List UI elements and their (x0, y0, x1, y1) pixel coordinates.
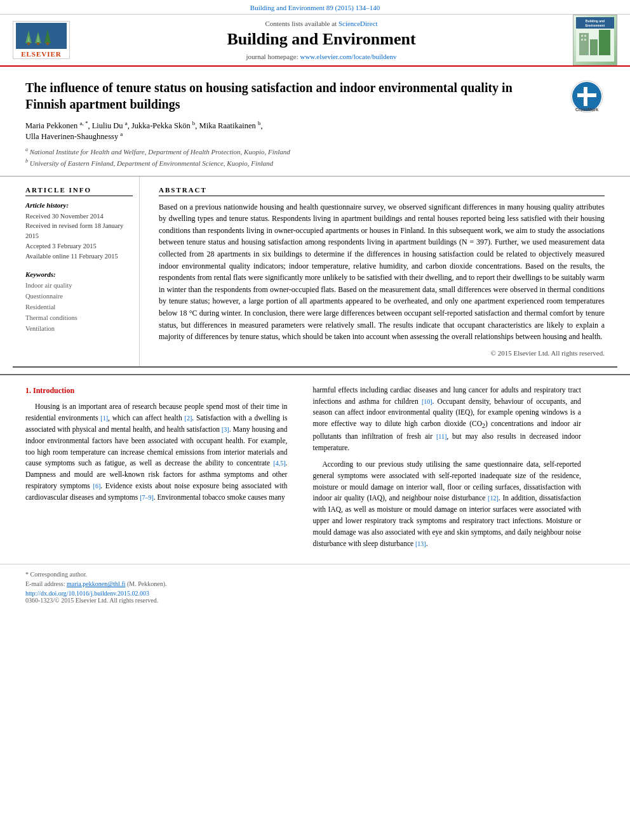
body-right-column: harmful effects including cardiac diseas… (309, 375, 593, 564)
history-subheading: Article history: (25, 201, 133, 209)
article-main-title: The influence of tenure status on housin… (25, 79, 605, 112)
journal-homepage-line: journal homepage: www.elsevier.com/locat… (70, 53, 573, 60)
journal-thumbnail: Building and Environment (573, 15, 617, 65)
ref-2[interactable]: [2] (185, 415, 192, 422)
citation-text: Building and Environment 89 (2015) 134–1… (250, 4, 380, 11)
keyword-1: Indoor air quality (25, 281, 133, 291)
article-title-section: The influence of tenure status on housin… (0, 67, 630, 177)
intro-para-2: harmful effects including cardiac diseas… (312, 385, 580, 454)
article-info-heading: ARTICLE INFO (25, 186, 133, 196)
svg-text:CrossMark: CrossMark (575, 107, 598, 112)
sciencedirect-link[interactable]: ScienceDirect (338, 20, 378, 27)
ref-4-5[interactable]: [4,5] (273, 460, 285, 467)
elsevier-logo: ELSEVIER (13, 21, 70, 59)
logo-tree-graphic (16, 23, 67, 49)
journal-url[interactable]: www.elsevier.com/locate/buildenv (300, 53, 396, 60)
svg-rect-15 (599, 30, 610, 55)
journal-banner: ELSEVIER Contents lists available at Sci… (0, 14, 630, 65)
footer-section: * Corresponding author. E-mail address: … (0, 564, 630, 610)
keyword-3: Residential (25, 302, 133, 313)
crossmark-logo: CrossMark (570, 79, 605, 114)
affiliation-b: b University of Eastern Finland, Departm… (25, 158, 605, 167)
journal-center-info: Contents lists available at ScienceDirec… (70, 20, 573, 60)
affiliation-a: a National Institute for Health and Welf… (25, 147, 605, 156)
elsevier-text: ELSEVIER (21, 50, 62, 58)
svg-rect-8 (46, 43, 49, 45)
revised-line: Received in revised form 18 January 2015 (25, 221, 133, 241)
ref-10[interactable]: [10] (422, 398, 432, 405)
doi-link[interactable]: http://dx.doi.org/10.1016/j.buildenv.201… (25, 590, 149, 597)
email-line: E-mail address: maria.pekkonen@thl.fi (M… (25, 580, 605, 587)
article-info-column: ARTICLE INFO Article history: Received 3… (13, 177, 140, 366)
svg-rect-19 (584, 39, 586, 41)
ref-1[interactable]: [1] (100, 415, 108, 422)
keyword-2: Questionnaire (25, 291, 133, 302)
abstract-heading: ABSTRACT (159, 186, 605, 196)
doi-line: http://dx.doi.org/10.1016/j.buildenv.201… (25, 590, 605, 597)
svg-text:Building and: Building and (586, 19, 605, 23)
accepted-line: Accepted 3 February 2015 (25, 241, 133, 251)
intro-heading: 1. Introduction (25, 385, 287, 397)
ref-11[interactable]: [11] (436, 433, 446, 440)
svg-rect-18 (581, 39, 583, 41)
abstract-column: ABSTRACT Based on a previous nationwide … (152, 177, 617, 366)
journal-header: Building and Environment 89 (2015) 134–1… (0, 0, 630, 67)
intro-para-3: According to our previous study utilisin… (312, 459, 580, 550)
svg-rect-7 (37, 43, 39, 45)
contents-line: Contents lists available at ScienceDirec… (70, 20, 573, 27)
main-body-section: 1. Introduction Housing is an important … (0, 374, 630, 564)
intro-para-1: Housing is an important area of research… (25, 401, 287, 503)
keywords-subheading: Keywords: (25, 270, 133, 278)
available-line: Available online 11 February 2015 (25, 251, 133, 262)
journal-citation-bar: Building and Environment 89 (2015) 134–1… (0, 4, 630, 11)
corr-note: * Corresponding author. (25, 571, 605, 578)
issn-line: 0360-1323/© 2015 Elsevier Ltd. All right… (25, 597, 605, 604)
ref-3[interactable]: [3] (222, 426, 229, 433)
email-link[interactable]: maria.pekkonen@thl.fi (67, 580, 126, 587)
ref-7-9[interactable]: [7–9] (140, 494, 154, 501)
keyword-5: Ventilation (25, 324, 133, 335)
svg-rect-17 (584, 35, 586, 37)
copyright-line: © 2015 Elsevier Ltd. All rights reserved… (159, 349, 605, 357)
abstract-text: Based on a previous nationwide housing a… (159, 201, 605, 343)
keywords-block: Keywords: Indoor air quality Questionnai… (25, 270, 133, 334)
received-line: Received 30 November 2014 (25, 211, 133, 222)
ref-6[interactable]: [6] (93, 483, 101, 490)
authors-line: Maria Pekkonen a, *, Liuliu Du a, Jukka-… (25, 120, 605, 142)
svg-rect-14 (590, 39, 598, 55)
ref-12[interactable]: [12] (488, 495, 499, 502)
keyword-4: Thermal conditions (25, 313, 133, 324)
journal-title-banner: Building and Environment (70, 30, 573, 49)
section-divider (13, 366, 617, 368)
svg-text:Environment: Environment (586, 23, 605, 27)
ref-13[interactable]: [13] (415, 540, 426, 547)
info-abstract-section: ARTICLE INFO Article history: Received 3… (0, 177, 630, 366)
svg-rect-16 (581, 35, 583, 37)
svg-rect-13 (579, 33, 589, 55)
svg-rect-6 (27, 43, 30, 45)
svg-rect-23 (577, 93, 596, 97)
article-history-block: Article history: Received 30 November 20… (25, 201, 133, 262)
body-left-column: 1. Introduction Housing is an important … (13, 375, 297, 564)
